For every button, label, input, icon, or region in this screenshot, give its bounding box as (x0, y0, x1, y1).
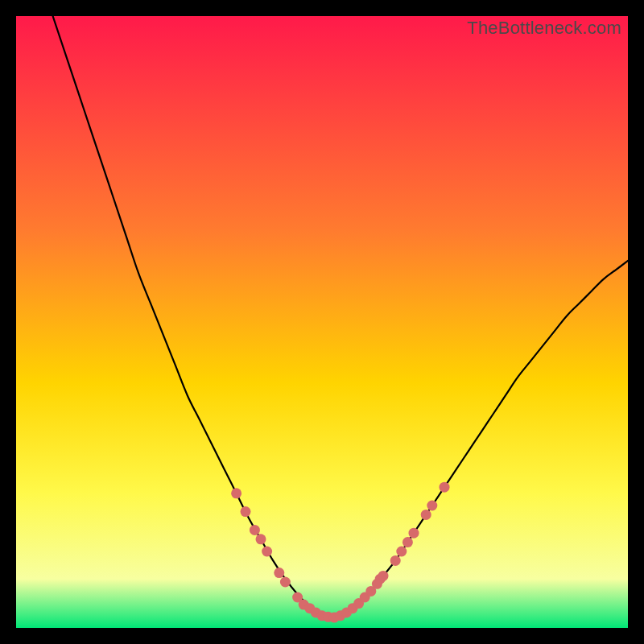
curve-marker (262, 547, 272, 557)
curve-marker (250, 525, 260, 535)
curve-marker (274, 568, 284, 578)
curve-marker (402, 537, 413, 547)
curve-marker (396, 547, 407, 557)
curve-marker (440, 482, 450, 493)
bottleneck-chart (16, 16, 628, 628)
curve-marker (280, 577, 291, 588)
curve-marker (390, 555, 401, 566)
watermark-text: TheBottleneck.com (467, 18, 621, 39)
gradient-background (16, 16, 628, 628)
curve-marker (421, 510, 431, 520)
curve-marker (427, 501, 437, 511)
curve-marker (241, 506, 251, 517)
chart-frame: TheBottleneck.com (16, 16, 628, 628)
curve-marker (409, 528, 419, 539)
curve-marker (256, 534, 266, 544)
curve-marker (231, 488, 242, 498)
curve-marker (378, 571, 389, 581)
